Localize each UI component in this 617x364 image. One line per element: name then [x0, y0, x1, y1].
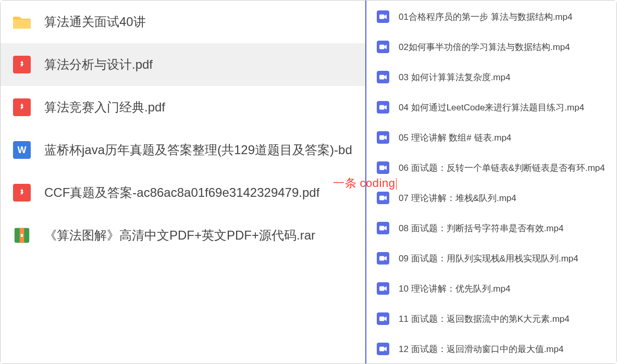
archive-icon	[13, 227, 31, 244]
file-name-label: 蓝桥杯java历年真题及答案整理(共129道题目及答案)-bd	[44, 142, 352, 158]
video-icon	[377, 252, 389, 265]
file-name-label: 10 理论讲解：优先队列.mp4	[399, 283, 510, 295]
left-file-list: 算法通关面试40讲算法分析与设计.pdf算法竞赛入门经典.pdfW蓝桥杯java…	[1, 1, 366, 363]
svg-rect-13	[379, 317, 385, 321]
file-name-label: 05 理论讲解 数组# 链表.mp4	[399, 132, 511, 144]
file-name-label: CCF真题及答案-ac86ac8a01f69e3142329479.pdf	[44, 184, 319, 201]
file-name-label: 03 如何计算算法复杂度.mp4	[399, 71, 510, 83]
file-name-label: 08 面试题：判断括号字符串是否有效.mp4	[399, 222, 563, 234]
video-icon	[377, 192, 389, 204]
video-icon	[377, 101, 389, 114]
svg-rect-5	[379, 75, 385, 80]
file-item-pdf[interactable]: 算法竞赛入门经典.pdf	[1, 86, 365, 129]
file-item-video[interactable]: 06 面试题：反转一个单链表&判断链表是否有环.mp4	[366, 153, 616, 183]
file-item-video[interactable]: 03 如何计算算法复杂度.mp4	[366, 62, 616, 92]
video-icon	[377, 41, 389, 53]
file-item-pdf[interactable]: 算法分析与设计.pdf	[1, 43, 365, 86]
svg-rect-14	[379, 347, 385, 352]
video-icon	[377, 131, 389, 144]
file-item-video[interactable]: 01合格程序员的第一步 算法与数据结构.mp4	[366, 2, 616, 32]
file-name-label: 02如何事半功倍的学习算法与数据结构.mp4	[399, 41, 570, 53]
svg-rect-3	[379, 15, 385, 19]
word-icon: W	[13, 141, 31, 159]
svg-rect-7	[379, 135, 385, 140]
file-name-label: 12 面试题：返回滑动窗口中的最大值.mp4	[399, 343, 563, 355]
file-item-rar[interactable]: 《算法图解》高清中文PDF+英文PDF+源代码.rar	[1, 214, 365, 257]
file-name-label: 11 面试题：返回数据流中的第K大元素.mp4	[399, 313, 570, 325]
file-item-video[interactable]: 04 如何通过LeetCode来进行算法题目练习.mp4	[366, 92, 616, 122]
file-item-video[interactable]: 10 理论讲解：优先队列.mp4	[366, 273, 616, 304]
text-cursor	[396, 178, 397, 190]
file-name-label: 09 面试题：用队列实现栈&用栈实现队列.mp4	[399, 253, 578, 265]
file-item-video[interactable]: 11 面试题：返回数据流中的第K大元素.mp4	[366, 304, 616, 334]
file-name-label: 算法分析与设计.pdf	[44, 56, 153, 73]
file-browser-container: 算法通关面试40讲算法分析与设计.pdf算法竞赛入门经典.pdfW蓝桥杯java…	[0, 0, 617, 364]
file-name-label: 04 如何通过LeetCode来进行算法题目练习.mp4	[399, 102, 584, 114]
file-name-label: 算法竞赛入门经典.pdf	[44, 99, 165, 116]
file-name-label: 《算法图解》高清中文PDF+英文PDF+源代码.rar	[44, 227, 315, 244]
file-item-video[interactable]: 02如何事半功倍的学习算法与数据结构.mp4	[366, 32, 616, 62]
svg-rect-6	[379, 105, 385, 110]
video-icon	[377, 10, 389, 23]
pdf-icon	[13, 184, 31, 202]
svg-rect-10	[379, 226, 385, 231]
video-icon	[377, 282, 389, 295]
file-item-video[interactable]: 07 理论讲解：堆栈&队列.mp4	[366, 183, 616, 213]
file-item-folder[interactable]: 算法通关面试40讲	[1, 1, 365, 43]
svg-rect-11	[379, 256, 385, 261]
pdf-icon	[13, 56, 31, 73]
file-item-pdf[interactable]: CCF真题及答案-ac86ac8a01f69e3142329479.pdf	[1, 171, 365, 214]
svg-rect-12	[379, 286, 385, 291]
file-item-word[interactable]: W蓝桥杯java历年真题及答案整理(共129道题目及答案)-bd	[1, 129, 365, 171]
file-item-video[interactable]: 12 面试题：返回滑动窗口中的最大值.mp4	[366, 334, 616, 364]
folder-icon	[13, 13, 31, 31]
file-name-label: 算法通关面试40讲	[44, 14, 146, 30]
watermark-text: 一条 coding	[333, 175, 397, 191]
file-item-video[interactable]: 08 面试题：判断括号字符串是否有效.mp4	[366, 213, 616, 243]
pdf-icon	[13, 98, 31, 116]
svg-rect-8	[379, 166, 385, 170]
video-icon	[377, 312, 389, 325]
svg-rect-4	[379, 45, 385, 49]
file-name-label: 06 面试题：反转一个单链表&判断链表是否有环.mp4	[399, 162, 605, 174]
video-icon	[377, 161, 389, 174]
file-item-video[interactable]: 09 面试题：用队列实现栈&用栈实现队列.mp4	[366, 243, 616, 273]
svg-rect-9	[379, 196, 385, 200]
video-icon	[377, 222, 389, 234]
file-name-label: 07 理论讲解：堆栈&队列.mp4	[399, 192, 516, 204]
video-icon	[377, 343, 389, 355]
video-icon	[377, 71, 389, 83]
file-name-label: 01合格程序员的第一步 算法与数据结构.mp4	[399, 11, 572, 23]
svg-rect-2	[21, 234, 23, 237]
right-file-list: 01合格程序员的第一步 算法与数据结构.mp402如何事半功倍的学习算法与数据结…	[366, 1, 616, 363]
file-item-video[interactable]: 05 理论讲解 数组# 链表.mp4	[366, 122, 616, 153]
